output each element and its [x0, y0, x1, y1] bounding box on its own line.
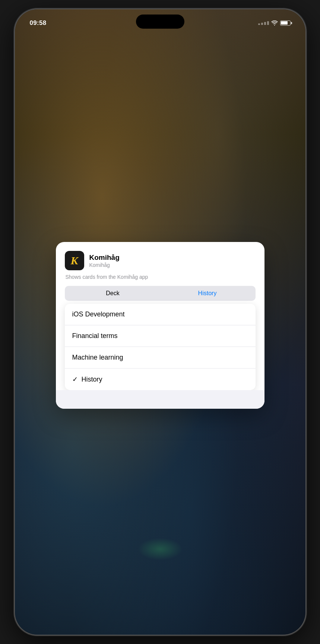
- modal-card: K Komihåg Komihåg Shows cards from the K…: [56, 242, 264, 409]
- seg-deck[interactable]: Deck: [66, 287, 160, 300]
- app-subtitle: Komihåg: [89, 262, 120, 268]
- status-time: 09:58: [30, 19, 47, 27]
- app-icon-letter: K: [70, 254, 78, 267]
- modal-container: K Komihåg Komihåg Shows cards from the K…: [56, 242, 264, 409]
- dropdown-item-history[interactable]: ✓ History: [65, 369, 256, 390]
- app-info: Komihåg Komihåg: [89, 253, 120, 268]
- signal-icon: [258, 21, 269, 25]
- dropdown-list: iOS Development Financial terms Machine …: [65, 304, 256, 390]
- app-description: Shows cards from the Komihåg app: [65, 274, 256, 280]
- dynamic-island: [136, 15, 184, 29]
- seg-history[interactable]: History: [160, 287, 255, 300]
- app-header: K Komihåg Komihåg: [65, 251, 256, 270]
- segmented-control[interactable]: Deck History: [65, 286, 256, 301]
- status-icons: [258, 20, 291, 26]
- dropdown-item-ml[interactable]: Machine learning: [65, 347, 256, 369]
- dropdown-item-ios[interactable]: iOS Development: [65, 304, 256, 325]
- modal-footer: [56, 390, 264, 409]
- app-icon: K: [65, 251, 84, 270]
- dropdown-item-financial[interactable]: Financial terms: [65, 325, 256, 347]
- app-name: Komihåg: [89, 253, 120, 261]
- battery-icon: [280, 20, 291, 26]
- checkmark-icon: ✓: [72, 375, 78, 383]
- wifi-icon: [271, 20, 278, 26]
- phone-frame: 09:58: [15, 9, 305, 635]
